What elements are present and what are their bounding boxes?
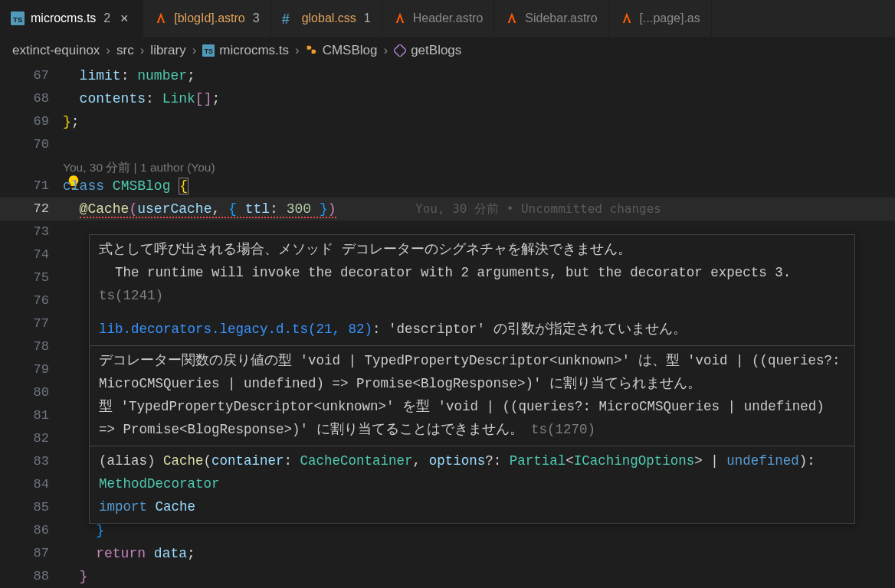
tab-label: global.css	[302, 11, 356, 25]
line-number: 76	[0, 289, 63, 312]
chevron-right-icon: ›	[295, 43, 300, 58]
close-icon[interactable]: ×	[116, 11, 132, 27]
chevron-right-icon: ›	[383, 43, 388, 58]
tab-mod-count: 3	[253, 11, 260, 25]
tab-header[interactable]: Header.astro	[382, 0, 495, 37]
breadcrumb-method[interactable]: getBlogs	[394, 43, 461, 58]
breadcrumb-class[interactable]: CMSBlog	[306, 43, 378, 58]
line-number: 72	[0, 198, 63, 220]
line-number: 81	[0, 404, 63, 427]
tab-globalcss[interactable]: # global.css 1	[271, 0, 382, 37]
line-number: 79	[0, 358, 63, 381]
chevron-right-icon: ›	[140, 43, 145, 58]
tab-mod-count: 2	[103, 11, 110, 25]
line-number: 75	[0, 266, 63, 289]
tab-microcms[interactable]: TS microcms.ts 2 ×	[0, 0, 143, 37]
chevron-right-icon: ›	[106, 43, 110, 58]
line-number: 74	[0, 243, 63, 266]
line-number: 85	[0, 496, 63, 519]
line-number: 78	[0, 335, 63, 358]
hover-tooltip: 式として呼び出される場合、メソッド デコレーターのシグネチャを解決できません。 …	[89, 234, 855, 524]
tab-label: Header.astro	[413, 11, 484, 25]
code-line: class CMSBlog {	[63, 175, 189, 198]
code-line: @Cache(userCache, { ttl: 300 })You, 30 分…	[63, 198, 336, 220]
astro-icon	[620, 11, 634, 25]
astro-icon	[393, 11, 407, 25]
breadcrumb-segment[interactable]: library	[150, 43, 185, 58]
line-number: 84	[0, 473, 63, 496]
git-blame: You, 30 分前 • Uncommitted changes	[415, 198, 661, 220]
code-line: limit: number;	[63, 64, 195, 87]
code-line: }	[63, 565, 87, 588]
astro-icon	[505, 11, 519, 25]
breadcrumb-segment[interactable]: extinct-equinox	[12, 43, 100, 58]
line-number: 86	[0, 519, 63, 542]
line-number: 67	[0, 64, 63, 87]
line-number: 70	[0, 133, 63, 156]
tab-page[interactable]: [...page].as	[609, 0, 712, 37]
tab-label: [blogId].astro	[174, 11, 245, 25]
tab-label: microcms.ts	[31, 11, 96, 25]
line-number: 80	[0, 381, 63, 404]
breadcrumb-segment[interactable]: src	[116, 43, 134, 58]
svg-rect-4	[394, 44, 406, 57]
breadcrumb: extinct-equinox › src › library › TS mic…	[0, 37, 895, 64]
code-line: return data;	[63, 542, 195, 565]
line-number: 68	[0, 87, 63, 110]
breadcrumb-file[interactable]: TS microcms.ts	[202, 43, 289, 58]
chevron-right-icon: ›	[192, 43, 197, 58]
codelens[interactable]: You, 30 分前 | 1 author (You)	[63, 156, 215, 175]
css-icon: #	[282, 11, 296, 25]
typescript-icon: TS	[11, 11, 25, 25]
line-number: 69	[0, 110, 63, 133]
tab-mod-count: 1	[364, 11, 371, 25]
code-line: contents: Link[];	[63, 87, 220, 110]
class-icon	[306, 44, 318, 57]
svg-text:TS: TS	[13, 15, 23, 24]
hover-error-2: デコレーター関数の戻り値の型 'void | TypedPropertyDesc…	[90, 346, 854, 446]
line-number: 77	[0, 312, 63, 335]
tab-label: [...page].as	[640, 11, 700, 25]
svg-text:TS: TS	[205, 47, 213, 55]
typescript-icon: TS	[202, 44, 215, 57]
line-number: 73	[0, 220, 63, 243]
tab-label: Sidebar.astro	[525, 11, 597, 25]
method-icon	[394, 44, 406, 57]
code-line: };	[63, 110, 80, 133]
code-editor[interactable]: 67 limit: number; 68 contents: Link[]; 6…	[0, 64, 895, 588]
line-number: 82	[0, 427, 63, 450]
line-number: 83	[0, 450, 63, 473]
line-number: 88	[0, 565, 63, 588]
tab-blogid[interactable]: [blogId].astro 3	[143, 0, 270, 37]
tab-sidebar[interactable]: Sidebar.astro	[494, 0, 608, 37]
astro-icon	[154, 11, 168, 25]
line-number: 87	[0, 542, 63, 565]
error-source-link[interactable]: lib.decorators.legacy.d.ts(21, 82)	[99, 322, 372, 337]
line-number: 71	[0, 175, 63, 198]
hover-signature: (alias) Cache(container: CacheContainer,…	[90, 446, 854, 523]
hover-error-1: 式として呼び出される場合、メソッド デコレーターのシグネチャを解決できません。 …	[90, 235, 854, 346]
tab-bar: TS microcms.ts 2 × [blogId].astro 3 # gl…	[0, 0, 895, 37]
